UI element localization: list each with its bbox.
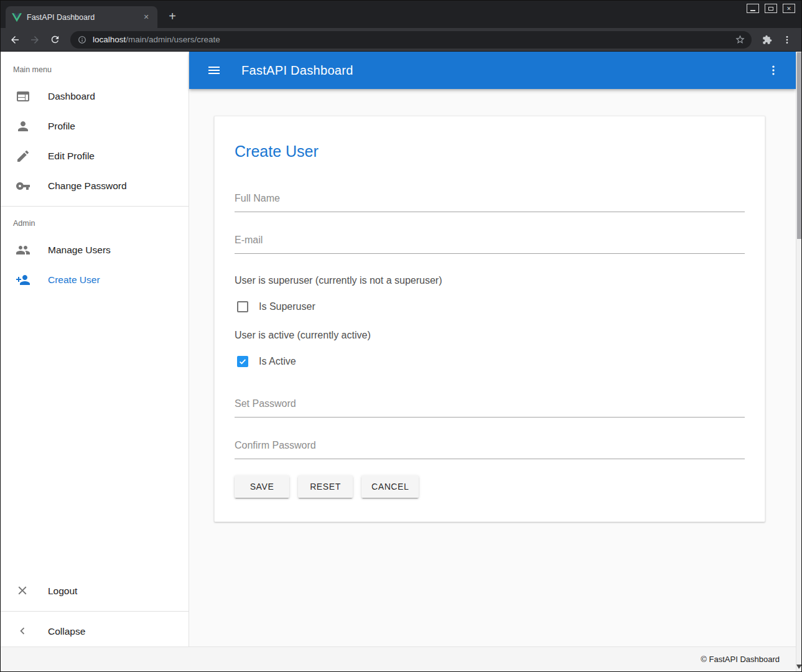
- sidebar-divider: [1, 206, 189, 207]
- page-title: Create User: [235, 142, 745, 161]
- close-icon: [16, 584, 30, 599]
- is-active-checkbox[interactable]: Is Active: [237, 356, 745, 367]
- people-icon: [16, 243, 30, 258]
- sidebar-item-edit-profile[interactable]: Edit Profile: [1, 141, 189, 171]
- browser-window: FastAPI Dashboard ✕ + ✕ localhost/main/a…: [0, 0, 802, 672]
- form-buttons: SAVE RESET CANCEL: [235, 475, 745, 498]
- appbar-title: FastAPI Dashboard: [241, 63, 353, 78]
- sidebar-item-label: Change Password: [48, 180, 127, 192]
- person-icon: [16, 119, 30, 134]
- sidebar-item-label: Create User: [48, 274, 100, 286]
- is-superuser-checkbox[interactable]: Is Superuser: [237, 301, 745, 312]
- browser-menu-icon[interactable]: [778, 30, 796, 49]
- checkbox-box[interactable]: [237, 356, 248, 367]
- forward-button[interactable]: [26, 30, 44, 49]
- browser-toolbar: localhost/main/admin/users/create: [1, 28, 801, 52]
- sidebar-section-admin: Admin: [1, 212, 189, 235]
- confirm-password-input[interactable]: [235, 439, 745, 459]
- sidebar-item-create-user[interactable]: Create User: [1, 265, 189, 295]
- set-password-input[interactable]: [235, 397, 745, 418]
- scrollbar-down-arrow-icon[interactable]: [796, 665, 802, 669]
- sidebar-item-label: Collapse: [48, 626, 85, 637]
- page: Main menu Dashboard Profile: [1, 52, 801, 671]
- set-password-field: [235, 397, 745, 418]
- scrollbar[interactable]: [796, 52, 801, 671]
- hamburger-menu-icon[interactable]: [203, 59, 225, 82]
- minimize-button[interactable]: [747, 4, 759, 13]
- tab-strip: FastAPI Dashboard ✕ + ✕: [1, 1, 801, 28]
- url-text: localhost/main/admin/users/create: [93, 35, 729, 44]
- key-icon: [16, 179, 30, 194]
- site-info-icon[interactable]: [78, 35, 86, 44]
- sidebar-item-label: Edit Profile: [48, 151, 95, 162]
- new-tab-button[interactable]: +: [164, 8, 181, 26]
- sidebar-item-label: Logout: [48, 586, 77, 597]
- maximize-button[interactable]: [765, 4, 777, 13]
- dashboard-icon: [16, 89, 30, 104]
- chevron-left-icon: [16, 624, 30, 639]
- tab-title: FastAPI Dashboard: [27, 13, 136, 22]
- sidebar-divider: [1, 611, 189, 612]
- reset-button[interactable]: RESET: [298, 475, 353, 498]
- page-footer: © FastAPI Dashboard: [1, 646, 796, 671]
- full-name-field: [235, 192, 745, 212]
- checkbox-label[interactable]: Is Superuser: [259, 301, 315, 312]
- create-user-card: Create User User is superuser (currently…: [214, 116, 765, 522]
- copyright-text: © FastAPI Dashboard: [701, 655, 780, 664]
- full-name-input[interactable]: [235, 192, 745, 212]
- appbar-kebab-icon[interactable]: [762, 59, 785, 82]
- email-input[interactable]: [235, 233, 745, 254]
- bookmark-star-icon[interactable]: [735, 34, 745, 45]
- sidebar-item-change-password[interactable]: Change Password: [1, 171, 189, 201]
- close-window-button[interactable]: ✕: [783, 4, 795, 13]
- sidebar-item-collapse[interactable]: Collapse: [1, 617, 189, 646]
- back-button[interactable]: [6, 30, 24, 49]
- sidebar-item-dashboard[interactable]: Dashboard: [1, 82, 189, 111]
- checkbox-label[interactable]: Is Active: [259, 356, 296, 367]
- tab-close-icon[interactable]: ✕: [141, 12, 151, 22]
- superuser-hint: User is superuser (currently is not a su…: [235, 275, 745, 286]
- email-field: [235, 233, 745, 254]
- sidebar-item-label: Dashboard: [48, 91, 95, 102]
- content-area: Create User User is superuser (currently…: [189, 89, 796, 646]
- checkbox-box[interactable]: [237, 301, 248, 312]
- active-hint: User is active (currently active): [235, 330, 745, 341]
- sidebar-item-logout[interactable]: Logout: [1, 576, 189, 606]
- scrollbar-thumb[interactable]: [797, 52, 801, 239]
- confirm-password-field: [235, 439, 745, 459]
- pencil-icon: [16, 149, 30, 164]
- sidebar-item-label: Manage Users: [48, 245, 111, 256]
- browser-tab[interactable]: FastAPI Dashboard ✕: [6, 6, 157, 28]
- person-add-icon: [16, 273, 30, 287]
- sidebar-item-label: Profile: [48, 121, 75, 132]
- cancel-button[interactable]: CANCEL: [361, 475, 419, 498]
- sidebar-item-profile[interactable]: Profile: [1, 111, 189, 141]
- sidebar-item-manage-users[interactable]: Manage Users: [1, 235, 189, 265]
- main-area: FastAPI Dashboard Create User: [189, 52, 796, 646]
- address-bar[interactable]: localhost/main/admin/users/create: [70, 31, 752, 49]
- extension-icon[interactable]: [758, 30, 776, 49]
- save-button[interactable]: SAVE: [235, 475, 289, 498]
- window-controls: ✕: [747, 4, 795, 13]
- reload-button[interactable]: [45, 30, 64, 49]
- vue-logo-icon: [12, 12, 22, 22]
- app-bar: FastAPI Dashboard: [189, 52, 796, 89]
- sidebar: Main menu Dashboard Profile: [1, 52, 189, 646]
- sidebar-section-main-menu: Main menu: [1, 58, 189, 82]
